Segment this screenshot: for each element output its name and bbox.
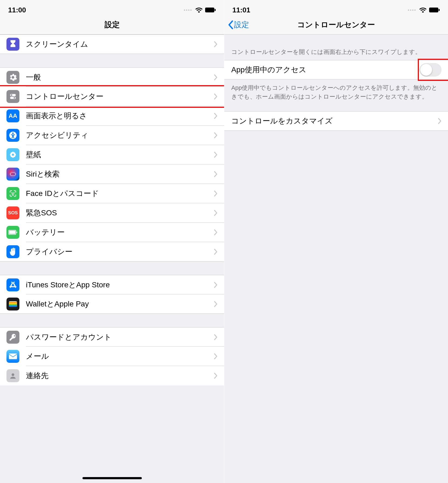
aa-icon: AA <box>6 109 19 122</box>
nav-header: 設定 <box>0 15 224 34</box>
svg-rect-32 <box>439 9 440 11</box>
row-customize-controls[interactable]: コントロールをカスタマイズ <box>224 111 448 131</box>
svg-point-18 <box>10 172 16 176</box>
row-accessibility[interactable]: アクセシビリティ <box>0 126 224 145</box>
svg-rect-22 <box>9 231 15 234</box>
row-label: 連絡先 <box>26 371 214 381</box>
control-center-settings-screen: 11:01 設定 コントロールセンター コントロールセンターを開くには画面右上か… <box>224 0 448 483</box>
chevron-right-icon <box>214 210 218 216</box>
chevron-right-icon <box>214 113 218 119</box>
row-label: 画面表示と明るさ <box>26 111 214 121</box>
status-bar: 11:00 <box>0 0 224 15</box>
page-title: 設定 <box>105 20 120 30</box>
toggles-icon <box>6 90 19 103</box>
row-label: WalletとApple Pay <box>26 299 214 309</box>
chevron-right-icon <box>214 282 218 288</box>
row-label: App使用中のアクセス <box>231 65 419 75</box>
svg-rect-25 <box>9 302 17 303</box>
svg-rect-31 <box>429 8 438 12</box>
chevron-right-icon <box>214 301 218 307</box>
settings-screen: 11:00 設定 スクリーンタイム <box>0 0 224 483</box>
settings-list[interactable]: スクリーンタイム 一般 コントロールセンター AA <box>0 34 224 483</box>
caption-access-explanation: App使用中でもコントロールセンターへのアクセスを許可します。無効のときでも、ホ… <box>224 80 448 105</box>
mail-icon <box>6 350 19 363</box>
contacts-icon <box>6 369 19 382</box>
chevron-right-icon <box>214 74 218 81</box>
row-wallet-applepay[interactable]: WalletとApple Pay <box>0 294 224 314</box>
accessibility-icon <box>6 129 19 142</box>
row-screen-time[interactable]: スクリーンタイム <box>0 34 224 54</box>
row-label: コントロールセンター <box>26 91 214 102</box>
svg-rect-26 <box>9 303 17 304</box>
hourglass-icon <box>6 38 19 51</box>
row-label: メール <box>26 351 214 361</box>
svg-point-17 <box>10 171 16 177</box>
wifi-icon <box>195 7 202 13</box>
row-label: バッテリー <box>26 227 214 237</box>
row-siri-search[interactable]: Siriと検索 <box>0 164 224 184</box>
access-within-apps-toggle[interactable] <box>419 63 442 77</box>
battery-full-icon <box>205 8 216 12</box>
row-mail[interactable]: メール <box>0 347 224 366</box>
sos-icon: SOS <box>6 206 19 219</box>
row-general[interactable]: 一般 <box>0 67 224 87</box>
chevron-right-icon <box>214 372 218 379</box>
back-button[interactable]: 設定 <box>228 20 249 30</box>
row-wallpaper[interactable]: 壁紙 <box>0 145 224 164</box>
row-label: 緊急SOS <box>26 208 214 218</box>
back-label: 設定 <box>234 20 249 30</box>
chevron-right-icon <box>438 118 442 124</box>
chevron-right-icon <box>214 229 218 236</box>
svg-point-5 <box>14 97 15 99</box>
chevron-right-icon <box>214 151 218 158</box>
row-label: パスワードとアカウント <box>26 332 214 342</box>
row-itunes-appstore[interactable]: iTunes StoreとApp Store <box>0 275 224 294</box>
row-emergency-sos[interactable]: SOS 緊急SOS <box>0 203 224 223</box>
control-center-content: コントロールセンターを開くには画面右上から下にスワイプします。 App使用中のア… <box>224 34 448 483</box>
status-right <box>184 7 216 13</box>
appstore-icon <box>6 278 19 291</box>
row-display-brightness[interactable]: AA 画面表示と明るさ <box>0 106 224 126</box>
row-label: コントロールをカスタマイズ <box>231 116 438 126</box>
chevron-right-icon <box>214 171 218 177</box>
status-time: 11:01 <box>232 6 250 14</box>
svg-point-7 <box>12 133 14 134</box>
chevron-right-icon <box>214 353 218 360</box>
caption-open-instructions: コントロールセンターを開くには画面右上から下にスワイプします。 <box>224 44 448 60</box>
nav-header: 設定 コントロールセンター <box>224 15 448 34</box>
hand-icon <box>6 245 19 258</box>
row-privacy[interactable]: プライバシー <box>0 242 224 261</box>
row-access-within-apps[interactable]: App使用中のアクセス <box>224 60 448 80</box>
flower-icon <box>6 148 19 161</box>
row-label: アクセシビリティ <box>26 130 214 140</box>
siri-icon <box>6 168 19 181</box>
status-time: 11:00 <box>8 6 26 14</box>
svg-point-20 <box>14 193 14 193</box>
key-icon <box>6 331 19 344</box>
row-label: iTunes StoreとApp Store <box>26 280 214 290</box>
row-contacts[interactable]: 連絡先 <box>0 366 224 385</box>
wifi-icon <box>419 7 426 13</box>
row-battery[interactable]: バッテリー <box>0 223 224 242</box>
svg-rect-27 <box>9 304 17 306</box>
svg-point-16 <box>12 154 14 156</box>
status-right <box>408 7 440 13</box>
svg-rect-1 <box>215 9 216 11</box>
chevron-right-icon <box>214 93 218 100</box>
svg-rect-0 <box>205 8 214 12</box>
row-faceid-passcode[interactable]: Face IDとパスコード <box>0 184 224 203</box>
svg-rect-29 <box>9 354 17 359</box>
battery-full-icon <box>429 8 440 12</box>
pagination-dots-icon <box>408 9 416 11</box>
page-title: コントロールセンター <box>297 20 375 30</box>
row-label: 壁紙 <box>26 150 214 160</box>
row-control-center[interactable]: コントロールセンター <box>0 87 224 106</box>
pagination-dots-icon <box>184 9 192 11</box>
chevron-right-icon <box>214 334 218 340</box>
chevron-right-icon <box>214 249 218 255</box>
row-label: 一般 <box>26 72 214 82</box>
chevron-right-icon <box>214 41 218 47</box>
row-passwords-accounts[interactable]: パスワードとアカウント <box>0 327 224 347</box>
svg-rect-28 <box>9 305 17 307</box>
home-indicator[interactable] <box>82 477 142 479</box>
